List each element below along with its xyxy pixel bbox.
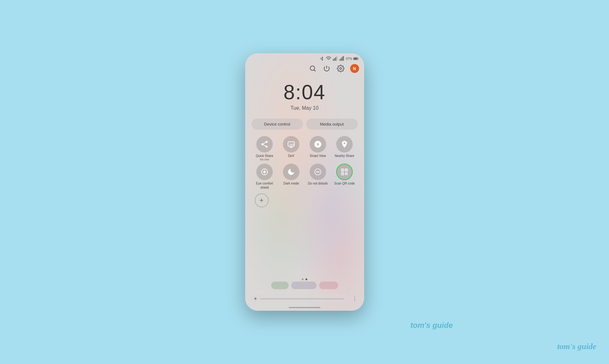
bottom-bar: ☀ ⋮ [245,292,364,306]
dnd-label: Do not disturb [308,181,328,185]
media-output-button[interactable]: Media output [306,119,358,130]
eye-comfort-label: Eye comfort shield [253,181,276,190]
quick-share-icon [256,136,273,153]
dex-icon: DeX [283,136,299,153]
svg-rect-29 [342,173,343,174]
notification-blur-1 [271,282,289,289]
signal2-icon [339,56,345,62]
battery-percent: 97% [346,57,352,61]
svg-rect-3 [337,56,337,61]
svg-rect-5 [341,58,342,61]
svg-rect-31 [347,172,348,173]
page-dots [245,276,364,282]
bluetooth-icon [319,56,325,62]
dark-mode-icon [283,164,299,180]
phone-content: 97% [245,53,364,311]
brightness-slider[interactable] [260,298,344,299]
notification-blurs [245,282,364,292]
watermark-text: tom's guide [557,342,596,351]
svg-rect-4 [340,59,340,61]
svg-rect-27 [346,169,347,170]
tile-quick-share[interactable]: Quick Share No one [253,136,276,161]
smart-view-icon [310,136,326,153]
svg-point-11 [340,68,342,69]
signal-icon [332,56,338,62]
tile-dex[interactable]: DeX DeX [280,136,303,161]
tiles-row-2: Eye comfort shield Dark mode [250,164,359,190]
notification-button[interactable]: N [350,64,359,73]
scan-qr-label: Scan QR code [334,181,355,185]
svg-rect-30 [345,172,346,173]
add-tile-row: + [250,192,359,209]
svg-rect-32 [345,174,346,175]
tiles-row-1: Quick Share No one DeX [250,136,359,161]
tile-dark-mode[interactable]: Dark mode [280,164,303,190]
brightness-icon: ☀ [253,296,258,301]
svg-rect-0 [333,59,334,61]
notification-blur-3 [319,282,338,289]
svg-rect-7 [343,56,344,61]
time-section: 8:04 Tue, May 10 [245,74,364,116]
status-icons: 97% [319,56,359,62]
phone-frame: 97% [245,53,364,311]
search-button[interactable] [308,64,317,73]
page-dot-1 [302,278,304,280]
date-display: Tue, May 10 [291,105,318,111]
svg-rect-2 [335,57,336,61]
dnd-icon [310,164,326,180]
quick-tiles-section: Quick Share No one DeX [245,133,364,211]
svg-rect-33 [347,174,348,175]
quick-share-sublabel: No one [260,158,269,161]
svg-point-17 [263,171,266,173]
clock-display: 8:04 [284,81,326,104]
svg-rect-6 [342,57,343,61]
tile-nearby-share[interactable]: Nearby Share [333,136,356,161]
brightness-control[interactable]: ☀ [250,294,348,303]
bottom-blur-section: ☀ ⋮ [245,211,364,311]
phone-container: 97% [245,53,364,311]
control-buttons-row: Device control Media output [245,116,364,133]
status-bar: 97% [245,53,364,63]
device-control-button[interactable]: Device control [252,119,303,130]
svg-point-9 [310,66,315,70]
eye-comfort-icon [256,164,273,180]
nearby-share-icon [336,136,353,153]
scan-qr-icon [336,164,353,180]
power-button[interactable] [322,64,331,73]
dex-label: DeX [288,154,294,158]
top-action-bar: N [245,63,364,74]
page-dot-2 [305,278,307,280]
tile-smart-view[interactable]: Smart View [306,136,329,161]
dark-mode-label: Dark mode [284,181,299,185]
quick-share-label: Quick Share [256,154,273,158]
tile-scan-qr[interactable]: Scan QR code [333,164,356,190]
home-indicator[interactable] [289,307,320,308]
nearby-share-label: Nearby Share [335,154,354,158]
tomsguide-watermark: tom's guide [410,321,453,330]
svg-line-10 [314,70,316,72]
battery-icon [353,56,359,62]
svg-text:DeX: DeX [290,143,294,146]
tile-eye-comfort[interactable]: Eye comfort shield [253,164,276,190]
svg-rect-1 [334,58,335,61]
notification-blur-2 [291,282,317,289]
more-options-button[interactable]: ⋮ [350,294,359,303]
smart-view-label: Smart View [310,154,326,158]
wifi-icon [326,56,331,62]
settings-button[interactable] [336,64,345,73]
add-tile-button[interactable]: + [255,193,269,207]
svg-rect-25 [342,169,343,170]
tile-dnd[interactable]: Do not disturb [306,164,329,190]
